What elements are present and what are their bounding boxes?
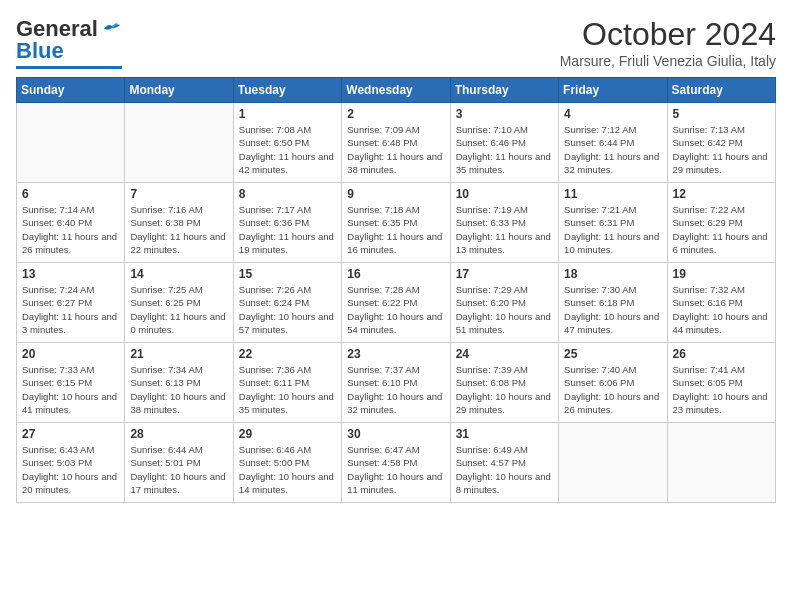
day-number: 20: [22, 347, 119, 361]
calendar-cell: 6Sunrise: 7:14 AMSunset: 6:40 PMDaylight…: [17, 183, 125, 263]
calendar-cell: 31Sunrise: 6:49 AMSunset: 4:57 PMDayligh…: [450, 423, 558, 503]
day-number: 8: [239, 187, 336, 201]
logo-blue: Blue: [16, 38, 64, 64]
day-info: Sunrise: 7:13 AMSunset: 6:42 PMDaylight:…: [673, 123, 770, 176]
day-info: Sunrise: 7:39 AMSunset: 6:08 PMDaylight:…: [456, 363, 553, 416]
day-number: 27: [22, 427, 119, 441]
day-info: Sunrise: 6:43 AMSunset: 5:03 PMDaylight:…: [22, 443, 119, 496]
calendar-cell: 2Sunrise: 7:09 AMSunset: 6:48 PMDaylight…: [342, 103, 450, 183]
title-area: October 2024 Marsure, Friuli Venezia Giu…: [560, 16, 776, 69]
calendar-cell: 16Sunrise: 7:28 AMSunset: 6:22 PMDayligh…: [342, 263, 450, 343]
day-number: 9: [347, 187, 444, 201]
day-number: 29: [239, 427, 336, 441]
day-info: Sunrise: 7:08 AMSunset: 6:50 PMDaylight:…: [239, 123, 336, 176]
day-info: Sunrise: 7:37 AMSunset: 6:10 PMDaylight:…: [347, 363, 444, 416]
day-number: 16: [347, 267, 444, 281]
calendar-cell: 10Sunrise: 7:19 AMSunset: 6:33 PMDayligh…: [450, 183, 558, 263]
day-header-saturday: Saturday: [667, 78, 775, 103]
day-header-wednesday: Wednesday: [342, 78, 450, 103]
day-info: Sunrise: 7:14 AMSunset: 6:40 PMDaylight:…: [22, 203, 119, 256]
logo-bird-icon: [102, 21, 122, 37]
day-info: Sunrise: 7:10 AMSunset: 6:46 PMDaylight:…: [456, 123, 553, 176]
day-number: 2: [347, 107, 444, 121]
day-info: Sunrise: 7:33 AMSunset: 6:15 PMDaylight:…: [22, 363, 119, 416]
week-row-2: 6Sunrise: 7:14 AMSunset: 6:40 PMDaylight…: [17, 183, 776, 263]
day-info: Sunrise: 7:09 AMSunset: 6:48 PMDaylight:…: [347, 123, 444, 176]
day-info: Sunrise: 7:25 AMSunset: 6:25 PMDaylight:…: [130, 283, 227, 336]
calendar-cell: 27Sunrise: 6:43 AMSunset: 5:03 PMDayligh…: [17, 423, 125, 503]
calendar-cell: 1Sunrise: 7:08 AMSunset: 6:50 PMDaylight…: [233, 103, 341, 183]
day-header-sunday: Sunday: [17, 78, 125, 103]
calendar-cell: 19Sunrise: 7:32 AMSunset: 6:16 PMDayligh…: [667, 263, 775, 343]
location-subtitle: Marsure, Friuli Venezia Giulia, Italy: [560, 53, 776, 69]
calendar-cell: 15Sunrise: 7:26 AMSunset: 6:24 PMDayligh…: [233, 263, 341, 343]
calendar-cell: 12Sunrise: 7:22 AMSunset: 6:29 PMDayligh…: [667, 183, 775, 263]
calendar-cell: 22Sunrise: 7:36 AMSunset: 6:11 PMDayligh…: [233, 343, 341, 423]
day-info: Sunrise: 7:30 AMSunset: 6:18 PMDaylight:…: [564, 283, 661, 336]
calendar-cell: 17Sunrise: 7:29 AMSunset: 6:20 PMDayligh…: [450, 263, 558, 343]
day-number: 6: [22, 187, 119, 201]
day-info: Sunrise: 7:41 AMSunset: 6:05 PMDaylight:…: [673, 363, 770, 416]
calendar-cell: 4Sunrise: 7:12 AMSunset: 6:44 PMDaylight…: [559, 103, 667, 183]
day-number: 15: [239, 267, 336, 281]
day-info: Sunrise: 7:16 AMSunset: 6:38 PMDaylight:…: [130, 203, 227, 256]
day-info: Sunrise: 7:12 AMSunset: 6:44 PMDaylight:…: [564, 123, 661, 176]
calendar-cell: 14Sunrise: 7:25 AMSunset: 6:25 PMDayligh…: [125, 263, 233, 343]
day-number: 21: [130, 347, 227, 361]
calendar-cell: 28Sunrise: 6:44 AMSunset: 5:01 PMDayligh…: [125, 423, 233, 503]
calendar-cell: 8Sunrise: 7:17 AMSunset: 6:36 PMDaylight…: [233, 183, 341, 263]
calendar-cell: 3Sunrise: 7:10 AMSunset: 6:46 PMDaylight…: [450, 103, 558, 183]
day-number: 7: [130, 187, 227, 201]
logo: General Blue: [16, 16, 122, 69]
week-row-5: 27Sunrise: 6:43 AMSunset: 5:03 PMDayligh…: [17, 423, 776, 503]
month-title: October 2024: [560, 16, 776, 53]
day-number: 19: [673, 267, 770, 281]
day-number: 17: [456, 267, 553, 281]
day-header-friday: Friday: [559, 78, 667, 103]
day-info: Sunrise: 7:19 AMSunset: 6:33 PMDaylight:…: [456, 203, 553, 256]
calendar-cell: [17, 103, 125, 183]
calendar-cell: 23Sunrise: 7:37 AMSunset: 6:10 PMDayligh…: [342, 343, 450, 423]
day-number: 30: [347, 427, 444, 441]
day-number: 3: [456, 107, 553, 121]
day-info: Sunrise: 7:18 AMSunset: 6:35 PMDaylight:…: [347, 203, 444, 256]
day-number: 28: [130, 427, 227, 441]
day-number: 12: [673, 187, 770, 201]
day-number: 11: [564, 187, 661, 201]
day-number: 14: [130, 267, 227, 281]
day-number: 1: [239, 107, 336, 121]
day-header-monday: Monday: [125, 78, 233, 103]
day-number: 10: [456, 187, 553, 201]
day-info: Sunrise: 7:17 AMSunset: 6:36 PMDaylight:…: [239, 203, 336, 256]
day-number: 31: [456, 427, 553, 441]
calendar-cell: 21Sunrise: 7:34 AMSunset: 6:13 PMDayligh…: [125, 343, 233, 423]
day-header-thursday: Thursday: [450, 78, 558, 103]
day-info: Sunrise: 6:46 AMSunset: 5:00 PMDaylight:…: [239, 443, 336, 496]
calendar-cell: 30Sunrise: 6:47 AMSunset: 4:58 PMDayligh…: [342, 423, 450, 503]
calendar-cell: [667, 423, 775, 503]
calendar-cell: 29Sunrise: 6:46 AMSunset: 5:00 PMDayligh…: [233, 423, 341, 503]
week-row-1: 1Sunrise: 7:08 AMSunset: 6:50 PMDaylight…: [17, 103, 776, 183]
day-info: Sunrise: 6:49 AMSunset: 4:57 PMDaylight:…: [456, 443, 553, 496]
day-info: Sunrise: 6:47 AMSunset: 4:58 PMDaylight:…: [347, 443, 444, 496]
day-number: 5: [673, 107, 770, 121]
calendar-cell: [559, 423, 667, 503]
calendar-cell: 20Sunrise: 7:33 AMSunset: 6:15 PMDayligh…: [17, 343, 125, 423]
calendar-cell: 9Sunrise: 7:18 AMSunset: 6:35 PMDaylight…: [342, 183, 450, 263]
day-number: 13: [22, 267, 119, 281]
calendar-cell: 24Sunrise: 7:39 AMSunset: 6:08 PMDayligh…: [450, 343, 558, 423]
calendar-cell: 11Sunrise: 7:21 AMSunset: 6:31 PMDayligh…: [559, 183, 667, 263]
day-number: 26: [673, 347, 770, 361]
day-info: Sunrise: 6:44 AMSunset: 5:01 PMDaylight:…: [130, 443, 227, 496]
calendar-cell: 25Sunrise: 7:40 AMSunset: 6:06 PMDayligh…: [559, 343, 667, 423]
page-header: General Blue October 2024 Marsure, Friul…: [16, 16, 776, 69]
calendar-table: SundayMondayTuesdayWednesdayThursdayFrid…: [16, 77, 776, 503]
day-info: Sunrise: 7:29 AMSunset: 6:20 PMDaylight:…: [456, 283, 553, 336]
day-number: 18: [564, 267, 661, 281]
day-info: Sunrise: 7:34 AMSunset: 6:13 PMDaylight:…: [130, 363, 227, 416]
calendar-cell: 5Sunrise: 7:13 AMSunset: 6:42 PMDaylight…: [667, 103, 775, 183]
day-number: 24: [456, 347, 553, 361]
day-info: Sunrise: 7:26 AMSunset: 6:24 PMDaylight:…: [239, 283, 336, 336]
day-info: Sunrise: 7:21 AMSunset: 6:31 PMDaylight:…: [564, 203, 661, 256]
calendar-cell: [125, 103, 233, 183]
